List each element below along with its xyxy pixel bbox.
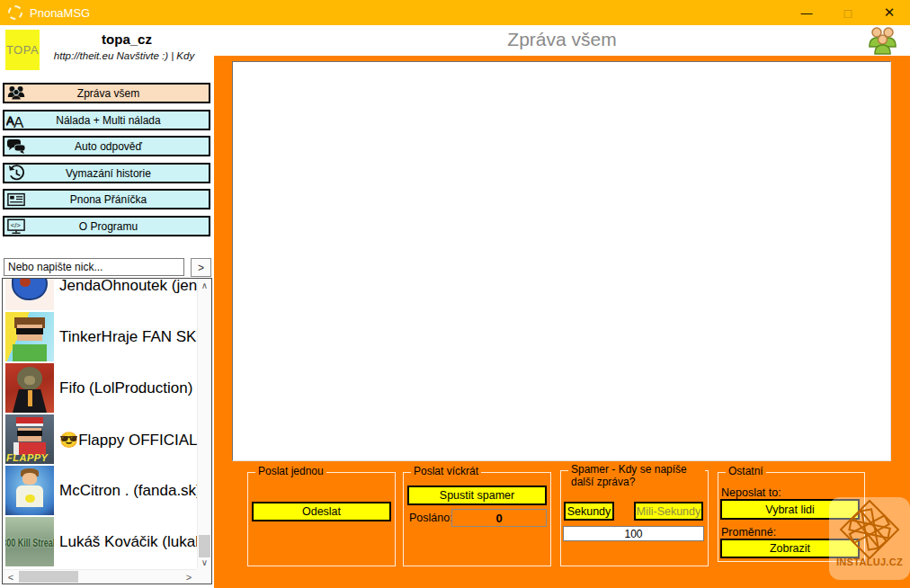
instaluj-logo-icon [837, 497, 902, 562]
page-title: Zpráva všem [214, 29, 910, 50]
horizontal-scrollbar[interactable]: < > [4, 569, 196, 583]
sekundy-button[interactable]: Sekundy [564, 502, 614, 521]
vertical-scrollbar[interactable]: ∧ ∨ [197, 279, 210, 569]
main-area: Poslat jednou Odeslat Poslat víckrát Spu… [214, 56, 910, 588]
menu-item-label: Vymazání historie [28, 167, 209, 180]
menu-item-vymazani-historie[interactable]: Vymazání historie [3, 163, 210, 183]
profile-username: topa_cz [43, 31, 210, 47]
main-header: Zpráva všem [214, 25, 910, 56]
chat-icon [4, 138, 28, 155]
menu-item-label: Nálada + Multi nálada [28, 114, 209, 127]
font-icon: AA [4, 111, 28, 129]
group-title: Poslat víckrát [411, 466, 481, 478]
horizontal-scrollbar-thumb[interactable] [19, 571, 78, 583]
svg-text:</>: </> [11, 221, 22, 229]
user-avatar: FLAPPY [5, 414, 54, 464]
group-title: Ostatní [726, 466, 766, 478]
topa-logo: TOPA [5, 30, 40, 70]
scroll-up-button[interactable]: ∧ [198, 279, 211, 292]
menu-item-zprava-vsem[interactable]: Zpráva všem [3, 83, 210, 103]
user-name: McCitron . (fanda.sk) [59, 482, 197, 500]
user-avatar [5, 279, 54, 310]
svg-text:A: A [13, 114, 24, 129]
watermark-text: INSTALUJ.CZ [836, 557, 903, 567]
scroll-left-button[interactable]: < [4, 570, 18, 584]
spustit-spamer-button[interactable]: Spustit spamer [407, 486, 547, 505]
mili-sekundy-button[interactable]: Mili-Sekundy [634, 502, 703, 521]
sidebar: TOPA topa_cz http://theit.eu Navštivte :… [0, 25, 214, 588]
menu-item-o-programu[interactable]: </> O Programu [3, 216, 210, 236]
user-name: TinkerHraje FAN SKYF [59, 328, 197, 346]
user-avatar [5, 312, 54, 361]
vertical-scrollbar-thumb[interactable] [199, 535, 210, 557]
list-item-user[interactable]: McCitron . (fanda.sk) [4, 465, 197, 516]
poslano-label: Posláno: [409, 512, 453, 524]
user-avatar [5, 363, 54, 413]
menu-item-label: Pnona Přáníčka [28, 193, 209, 206]
user-listbox: JendaOhnoutek (jenda TinkerHraje FAN SKY… [2, 278, 212, 584]
menu-item-label: O Programu [28, 220, 209, 233]
card-icon [4, 191, 28, 208]
interval-input[interactable] [563, 526, 704, 541]
user-name: Lukáš Kováčik (lukalis [59, 533, 197, 551]
group-title: Spamer - Kdy se napíše další zpráva? [568, 464, 705, 489]
people-icon [4, 85, 28, 102]
user-name: Fifo (LolProduction) Či [59, 379, 197, 397]
list-item-user[interactable]: FLAPPY 😎Flappy OFFICIAL😎 ( [4, 414, 197, 465]
titlebar: PnonaMSG — ◻ ✕ [0, 0, 910, 25]
instaluj-watermark: INSTALUJ.CZ [829, 497, 910, 580]
scrollbar-corner [196, 569, 210, 583]
user-name: JendaOhnoutek (jenda [59, 279, 197, 295]
list-item-user[interactable]: Fifo (LolProduction) Či [4, 362, 197, 414]
nick-submit-button[interactable]: > [191, 258, 211, 277]
sent-count-field: 0 [451, 509, 547, 527]
window-controls: — ◻ ✕ [786, 0, 910, 25]
user-avatar [5, 466, 54, 515]
odeslat-button[interactable]: Odeslat [252, 502, 391, 521]
menu-item-label: Zpráva všem [28, 87, 209, 100]
promenne-label: Proměnné: [721, 526, 776, 539]
menu-item-nalada[interactable]: AA Nálada + Multi nálada [3, 110, 210, 130]
app-icon [8, 5, 22, 20]
maximize-button[interactable]: ◻ [827, 0, 869, 25]
message-input[interactable] [232, 61, 891, 461]
user-list: JendaOhnoutek (jenda TinkerHraje FAN SKY… [4, 279, 197, 567]
history-icon [4, 165, 28, 182]
minimize-button[interactable]: — [786, 0, 827, 25]
code-icon: </> [4, 218, 28, 235]
list-item-user[interactable]: TinkerHraje FAN SKYF [4, 311, 197, 362]
profile-status: http://theit.eu Navštivte :) | Kdy [36, 50, 212, 61]
close-button[interactable]: ✕ [869, 0, 910, 25]
neposlat-label: Neposlat to: [721, 486, 781, 499]
menu-item-auto-odpoved[interactable]: Auto odpověď [3, 136, 210, 156]
user-list-viewport: JendaOhnoutek (jenda TinkerHraje FAN SKY… [4, 279, 197, 569]
list-item-user[interactable]: 300 Kill Streak Lukáš Kováčik (lukalis [4, 516, 197, 567]
nick-input[interactable] [4, 258, 184, 276]
app-title: PnonaMSG [30, 6, 90, 20]
group-title: Poslat jednou [255, 466, 326, 478]
group-people-icon[interactable] [865, 26, 899, 58]
scroll-down-button[interactable]: ∨ [198, 556, 211, 569]
scroll-right-button[interactable]: > [182, 570, 196, 584]
menu-item-label: Auto odpověď [28, 140, 209, 153]
list-item-user[interactable]: JendaOhnoutek (jenda [4, 279, 197, 311]
user-avatar: 300 Kill Streak [5, 517, 54, 566]
menu-item-pnona-pranicka[interactable]: Pnona Přáníčka [3, 189, 210, 209]
user-name: 😎Flappy OFFICIAL😎 ( [59, 430, 197, 449]
